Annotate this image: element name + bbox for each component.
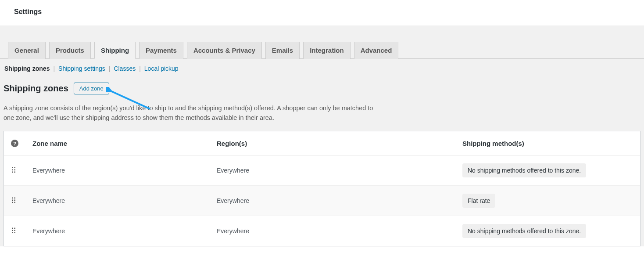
subtab-classes[interactable]: Classes [113, 65, 136, 72]
table-row: ⠿ Everywhere Everywhere Flat rate [4, 186, 640, 216]
tab-emails[interactable]: Emails [265, 42, 300, 59]
tab-products[interactable]: Products [49, 42, 91, 59]
drag-handle-icon[interactable]: ⠿ [11, 166, 16, 175]
page-title: Settings [14, 8, 630, 16]
tab-general[interactable]: General [8, 42, 46, 59]
drag-handle-icon[interactable]: ⠿ [11, 227, 16, 236]
zone-name-cell[interactable]: Everywhere [25, 186, 210, 216]
zone-region-cell: Everywhere [210, 155, 455, 186]
tab-integration[interactable]: Integration [303, 42, 351, 59]
table-row: ⠿ Everywhere Everywhere No shipping meth… [4, 216, 640, 246]
table-row: ⠿ Everywhere Everywhere No shipping meth… [4, 155, 640, 186]
th-regions: Region(s) [210, 131, 455, 155]
tab-accounts-privacy[interactable]: Accounts & Privacy [187, 42, 262, 59]
shipping-method-badge: No shipping methods offered to this zone… [462, 224, 586, 238]
help-icon[interactable]: ? [11, 140, 18, 147]
zone-name-cell[interactable]: Everywhere [25, 155, 210, 186]
shipping-method-badge: Flat rate [462, 194, 495, 208]
tab-advanced[interactable]: Advanced [354, 42, 399, 59]
subtab-local-pickup[interactable]: Local pickup [143, 65, 179, 72]
subtab-shipping-settings[interactable]: Shipping settings [57, 65, 106, 72]
section-heading: Shipping zones [4, 83, 68, 94]
th-methods: Shipping method(s) [455, 131, 640, 155]
th-zone-name: Zone name [25, 131, 210, 155]
subtabs: Shipping zones | Shipping settings | Cla… [0, 59, 644, 75]
tab-shipping[interactable]: Shipping [94, 42, 136, 59]
subtab-shipping-zones[interactable]: Shipping zones [4, 65, 50, 72]
section-description: A shipping zone consists of the region(s… [0, 97, 386, 131]
add-zone-button[interactable]: Add zone [74, 83, 109, 94]
zone-name-cell[interactable]: Everywhere [25, 216, 210, 246]
tab-payments[interactable]: Payments [139, 42, 183, 59]
drag-handle-icon[interactable]: ⠿ [11, 196, 16, 206]
shipping-zones-table: ? Zone name Region(s) Shipping method(s)… [4, 131, 640, 246]
zone-region-cell: Everywhere [210, 216, 455, 246]
tabs-row: General Products Shipping Payments Accou… [0, 25, 644, 59]
shipping-method-badge: No shipping methods offered to this zone… [462, 163, 586, 177]
zone-region-cell: Everywhere [210, 186, 455, 216]
